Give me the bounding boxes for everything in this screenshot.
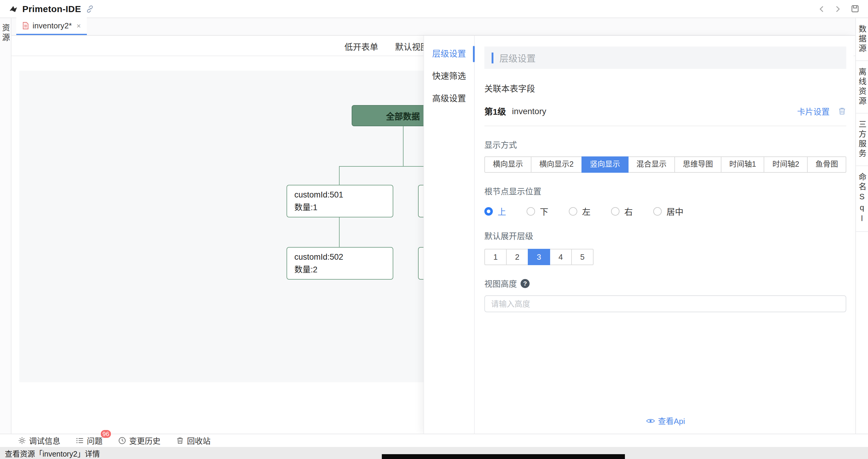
status-item-problems[interactable]: 问题 96 bbox=[76, 435, 102, 446]
status-item-change-history[interactable]: 变更历史 bbox=[118, 435, 160, 446]
tree-root-label: 全部数据 bbox=[386, 110, 420, 122]
debug-gear-icon bbox=[18, 437, 26, 444]
display-mode-fishbone[interactable]: 鱼骨图 bbox=[807, 156, 846, 173]
display-mode-group: 横向显示 横向显示2 竖向显示 混合显示 思维导图 时间轴1 时间轴2 鱼骨图 bbox=[484, 156, 846, 173]
view-toolbar: 低开表单 默认视图 bbox=[344, 40, 429, 53]
radio-icon bbox=[527, 207, 535, 216]
view-height-input[interactable] bbox=[484, 295, 846, 312]
expand-level-5[interactable]: 5 bbox=[571, 249, 593, 265]
expand-level-4[interactable]: 4 bbox=[550, 249, 572, 265]
tab-bar: inventory2* × bbox=[11, 18, 855, 36]
tab-label: inventory2* bbox=[33, 21, 72, 30]
expand-level-3[interactable]: 3 bbox=[528, 249, 550, 265]
radio-icon bbox=[653, 207, 662, 216]
level-field-name: inventory bbox=[512, 106, 547, 116]
topbar: Primeton-IDE bbox=[0, 0, 868, 18]
menu-item-quick-filter[interactable]: 快速筛选 bbox=[424, 65, 474, 88]
app-window: Primeton-IDE 资源 数据源 离线资源 三方服务 命名Sql bbox=[0, 0, 868, 459]
clock-icon bbox=[118, 437, 126, 444]
right-rail: 数据源 离线资源 三方服务 命名Sql bbox=[855, 18, 868, 434]
window-edge-strip bbox=[382, 454, 625, 459]
settings-menu: 层级设置 快速筛选 高级设置 bbox=[424, 36, 475, 434]
problems-count-badge: 96 bbox=[100, 429, 112, 438]
root-position-right[interactable]: 右 bbox=[611, 205, 633, 218]
right-rail-item-offline-resources[interactable]: 离线资源 bbox=[856, 61, 868, 114]
card-settings-link[interactable]: 卡片设置 bbox=[797, 105, 830, 117]
nav-back-icon[interactable] bbox=[818, 5, 825, 12]
trash-icon bbox=[176, 437, 184, 444]
link-icon[interactable] bbox=[86, 4, 94, 13]
radio-icon bbox=[569, 207, 577, 216]
root-position-bottom[interactable]: 下 bbox=[527, 205, 548, 218]
card-line1: customId:502 bbox=[294, 252, 385, 261]
connector-line bbox=[339, 166, 340, 185]
settings-panel-body: 层级设置 关联本表字段 第1级 inventory 卡片设置 显示方式 横向显示… bbox=[475, 36, 856, 434]
root-position-group: 上 下 左 右 居中 bbox=[484, 205, 846, 218]
file-icon bbox=[22, 22, 29, 30]
tab-close-icon[interactable]: × bbox=[76, 22, 81, 30]
level-prefix: 第1级 bbox=[484, 105, 506, 117]
nav-forward-icon[interactable] bbox=[834, 5, 841, 12]
display-mode-label: 显示方式 bbox=[484, 138, 846, 150]
tab-inventory2[interactable]: inventory2* × bbox=[16, 18, 87, 35]
display-mode-timeline2[interactable]: 时间轴2 bbox=[764, 156, 808, 173]
footer-bar: 查看资源「inventory2」详情 bbox=[0, 447, 868, 459]
display-mode-horizontal2[interactable]: 横向显示2 bbox=[531, 156, 582, 173]
tree-canvas[interactable]: 全部数据 customId:501 数量:1 customId:502 数量:2 bbox=[19, 71, 441, 382]
view-height-label: 视图高度 ? bbox=[484, 277, 846, 289]
root-position-left[interactable]: 左 bbox=[569, 205, 591, 218]
app-title: Primeton-IDE bbox=[22, 4, 81, 14]
radio-icon bbox=[611, 207, 619, 216]
tree-node-card-502[interactable]: customId:502 数量:2 bbox=[286, 247, 393, 280]
status-bar: 调试信息 问题 96 变更历史 回收站 bbox=[0, 434, 868, 447]
menu-item-advanced-settings[interactable]: 高级设置 bbox=[424, 88, 474, 110]
root-position-top[interactable]: 上 bbox=[484, 205, 506, 218]
status-item-debug-info[interactable]: 调试信息 bbox=[18, 435, 60, 446]
connector-line bbox=[339, 218, 340, 247]
root-position-center[interactable]: 居中 bbox=[653, 205, 683, 218]
expand-level-group: 1 2 3 4 5 bbox=[484, 249, 846, 265]
display-mode-horizontal[interactable]: 横向显示 bbox=[484, 156, 531, 173]
toolbar-item-lowcode-form[interactable]: 低开表单 bbox=[344, 40, 378, 53]
root-position-label: 根节点显示位置 bbox=[484, 185, 846, 197]
expand-level-2[interactable]: 2 bbox=[506, 249, 528, 265]
delete-level-icon[interactable] bbox=[838, 107, 846, 115]
help-icon[interactable]: ? bbox=[521, 279, 530, 288]
right-rail-item-datasource[interactable]: 数据源 bbox=[856, 18, 868, 61]
status-item-recycle-bin[interactable]: 回收站 bbox=[176, 435, 211, 446]
save-icon[interactable] bbox=[850, 4, 860, 13]
settings-panel: 层级设置 快速筛选 高级设置 层级设置 关联本表字段 第1级 inventory… bbox=[424, 36, 854, 434]
app-logo-icon bbox=[8, 4, 18, 13]
card-line2: 数量:1 bbox=[294, 200, 385, 212]
display-mode-mindmap[interactable]: 思维导图 bbox=[674, 156, 721, 173]
header-accent-bar bbox=[492, 52, 493, 63]
expand-level-label: 默认展开层级 bbox=[484, 229, 846, 241]
right-rail-item-named-sql[interactable]: 命名Sql bbox=[856, 166, 868, 232]
left-rail: 资源 bbox=[0, 18, 11, 434]
topbar-actions bbox=[818, 4, 860, 13]
list-icon bbox=[76, 437, 84, 444]
right-rail-item-thirdparty-services[interactable]: 三方服务 bbox=[856, 114, 868, 166]
expand-level-1[interactable]: 1 bbox=[484, 249, 507, 265]
tree-node-card-501[interactable]: customId:501 数量:1 bbox=[286, 185, 393, 218]
panel-header: 层级设置 bbox=[484, 47, 846, 69]
display-mode-mixed[interactable]: 混合显示 bbox=[628, 156, 675, 173]
panel-title: 层级设置 bbox=[499, 51, 536, 64]
left-rail-item-resources[interactable]: 资源 bbox=[1, 24, 9, 43]
display-mode-vertical[interactable]: 竖向显示 bbox=[582, 156, 628, 173]
display-mode-timeline1[interactable]: 时间轴1 bbox=[721, 156, 765, 173]
connector-line bbox=[403, 126, 404, 166]
card-line1: customId:501 bbox=[294, 190, 385, 199]
level-1-row: 第1级 inventory 卡片设置 bbox=[484, 105, 846, 126]
card-line2: 数量:2 bbox=[294, 262, 385, 275]
footer-message[interactable]: 查看资源「inventory2」详情 bbox=[5, 447, 100, 459]
eye-icon bbox=[646, 418, 655, 424]
view-api-link[interactable]: 查看Api bbox=[475, 415, 856, 426]
radio-icon bbox=[484, 207, 493, 216]
assoc-fields-label: 关联本表字段 bbox=[484, 82, 846, 94]
menu-item-level-settings[interactable]: 层级设置 bbox=[424, 43, 474, 65]
